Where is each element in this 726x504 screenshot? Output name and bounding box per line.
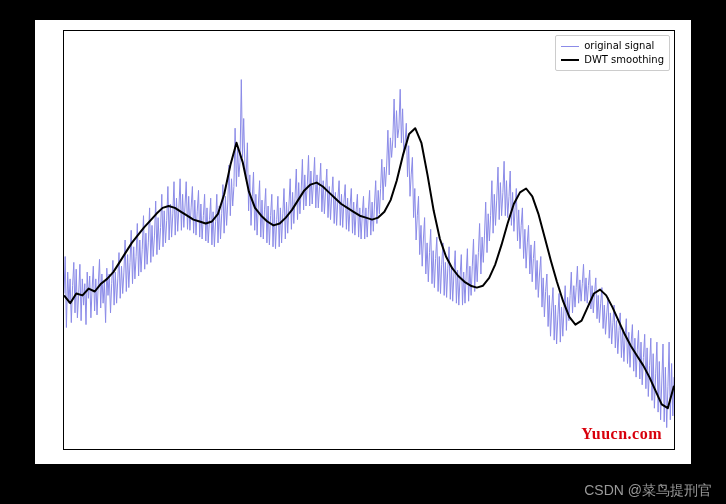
legend-item-original: original signal (561, 39, 664, 53)
legend-label-smoothed: DWT smoothing (584, 53, 664, 67)
legend-item-smoothed: DWT smoothing (561, 53, 664, 67)
series-DWT-smoothing (64, 128, 674, 408)
figure: original signal DWT smoothing Yuucn.com (35, 20, 691, 464)
legend-label-original: original signal (584, 39, 654, 53)
plot-area: original signal DWT smoothing Yuucn.com (63, 30, 675, 450)
legend-swatch-original (561, 46, 579, 47)
line-chart-svg (64, 31, 674, 449)
watermark-yuucn: Yuucn.com (581, 425, 662, 443)
series-original-signal (64, 80, 674, 428)
legend-swatch-smoothed (561, 59, 579, 61)
legend: original signal DWT smoothing (555, 35, 670, 71)
watermark-csdn: CSDN @菜鸟提刑官 (584, 482, 712, 500)
